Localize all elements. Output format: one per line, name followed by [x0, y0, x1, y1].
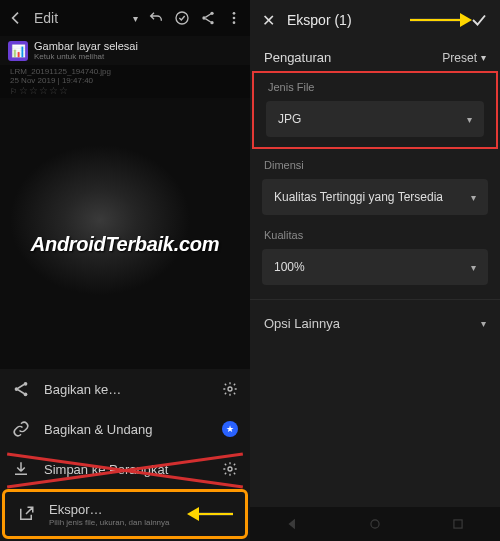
nav-home-icon[interactable] [368, 517, 382, 531]
export-label: Ekspor… [49, 502, 102, 517]
svg-point-0 [176, 12, 188, 24]
chevron-down-icon: ▾ [471, 262, 476, 273]
svg-point-6 [233, 21, 236, 24]
nav-back-icon[interactable] [285, 517, 299, 531]
export-header: ✕ Ekspor (1) [250, 0, 500, 40]
svg-point-4 [233, 12, 236, 15]
settings-header: Pengaturan Preset ▾ [250, 40, 500, 71]
download-icon [12, 460, 30, 478]
chevron-down-icon[interactable]: ▾ [481, 52, 486, 63]
undo-icon[interactable] [148, 10, 164, 26]
quality-dropdown[interactable]: 100% ▾ [262, 249, 488, 285]
accept-icon[interactable] [174, 10, 190, 26]
arrow-annotation-left [187, 507, 233, 521]
file-datetime: 25 Nov 2019 | 19:47:40 [10, 76, 240, 85]
quality-value: 100% [274, 260, 471, 274]
save-device-label: Simpan ke Perangkat [44, 462, 208, 477]
back-icon[interactable] [8, 10, 24, 26]
filetype-dropdown[interactable]: JPG ▾ [266, 101, 484, 137]
filetype-value: JPG [278, 112, 467, 126]
settings-label: Pengaturan [264, 50, 442, 65]
star-rating[interactable]: ☆☆☆☆☆ [19, 85, 69, 96]
svg-point-5 [233, 17, 236, 20]
filename: LRM_20191125_194740.jpg [10, 67, 240, 76]
share-to-label: Bagikan ke… [44, 382, 208, 397]
share-icon[interactable] [200, 10, 216, 26]
gear-icon[interactable] [222, 381, 238, 397]
svg-point-10 [228, 387, 232, 391]
export-panel: ✕ Ekspor (1) Pengaturan Preset ▾ Jenis F… [250, 0, 500, 541]
dimension-value: Kualitas Tertinggi yang Tersedia [274, 190, 471, 204]
share-invite-item[interactable]: Bagikan & Undang ★ [0, 409, 250, 449]
filetype-label: Jenis File [266, 81, 484, 97]
more-options-label: Opsi Lainnya [264, 316, 481, 331]
share-icon [12, 380, 30, 398]
file-meta: LRM_20191125_194740.jpg 25 Nov 2019 | 19… [0, 65, 250, 98]
preset-button[interactable]: Preset [442, 51, 477, 65]
share-invite-label: Bagikan & Undang [44, 422, 208, 437]
notif-title: Gambar layar selesai [34, 40, 138, 52]
star-badge-icon: ★ [222, 421, 238, 437]
edit-screen: Edit ▾ 📊 Gambar layar selesai Ketuk untu… [0, 0, 250, 541]
notif-text: Gambar layar selesai Ketuk untuk melihat [34, 40, 138, 61]
export-sublabel: Pilih jenis file, ukuran, dan lainnya [49, 518, 173, 527]
close-icon[interactable]: ✕ [262, 11, 275, 30]
export-highlight: Ekspor… Pilih jenis file, ukuran, dan la… [2, 489, 248, 539]
share-to-item[interactable]: Bagikan ke… [0, 369, 250, 409]
confirm-check-icon[interactable] [470, 11, 488, 29]
more-icon[interactable] [226, 10, 242, 26]
dimension-label: Dimensi [250, 149, 500, 175]
svg-rect-13 [454, 520, 462, 528]
screen-title[interactable]: Edit [34, 10, 129, 26]
gear-icon[interactable] [222, 461, 238, 477]
photo-preview[interactable]: AndroidTerbaik.com [0, 98, 250, 369]
export-icon [17, 505, 35, 523]
export-title: Ekspor (1) [287, 12, 458, 28]
dimension-dropdown[interactable]: Kualitas Tertinggi yang Tersedia ▾ [262, 179, 488, 215]
share-sheet: Bagikan ke… Bagikan & Undang ★ Simpan ke… [0, 369, 250, 541]
more-options-row[interactable]: Opsi Lainnya ▾ [250, 299, 500, 347]
screenshot-notification[interactable]: 📊 Gambar layar selesai Ketuk untuk melih… [0, 36, 250, 65]
watermark-text: AndroidTerbaik.com [31, 233, 219, 256]
android-nav-bar [250, 507, 500, 541]
screenshot-thumb-icon: 📊 [8, 41, 28, 61]
export-item[interactable]: Ekspor… Pilih jenis file, ukuran, dan la… [5, 492, 245, 536]
chevron-down-icon: ▾ [471, 192, 476, 203]
chevron-down-icon: ▾ [481, 318, 486, 329]
save-to-device-item[interactable]: Simpan ke Perangkat [0, 449, 250, 489]
svg-point-12 [371, 520, 379, 528]
notif-subtitle: Ketuk untuk melihat [34, 52, 138, 61]
filetype-highlight: Jenis File JPG ▾ [252, 71, 498, 149]
chevron-down-icon[interactable]: ▾ [133, 13, 138, 24]
quality-label: Kualitas [250, 219, 500, 245]
flag-icon[interactable]: ⚐ [10, 87, 17, 96]
chevron-down-icon: ▾ [467, 114, 472, 125]
top-bar: Edit ▾ [0, 0, 250, 36]
link-icon [12, 420, 30, 438]
nav-recent-icon[interactable] [451, 517, 465, 531]
svg-point-11 [228, 467, 232, 471]
export-label-wrap: Ekspor… Pilih jenis file, ukuran, dan la… [49, 502, 173, 527]
